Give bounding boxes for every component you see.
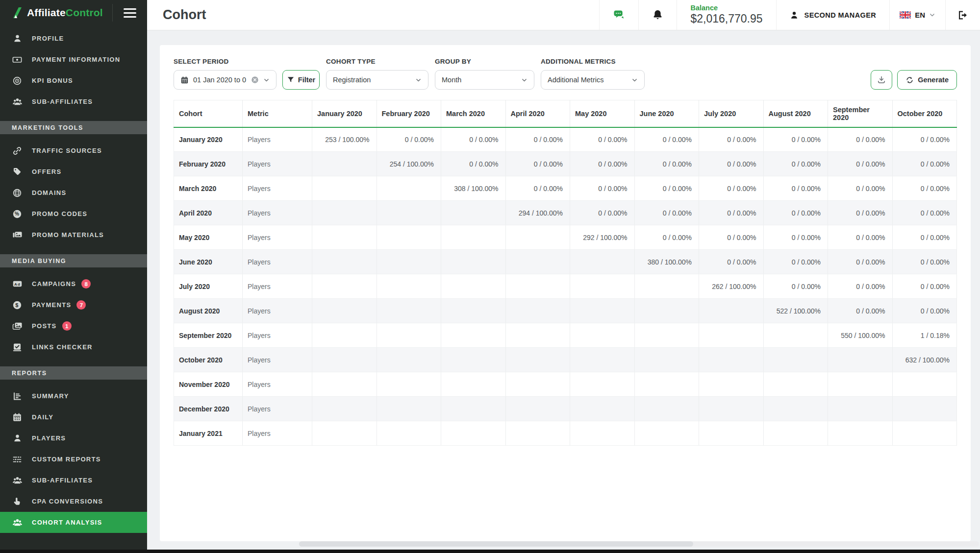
- additional-metrics-select[interactable]: Additional Metrics: [541, 70, 645, 90]
- sidebar-item-kpi-bonus[interactable]: KPI BONUS: [0, 70, 147, 91]
- refresh-icon: [905, 76, 914, 84]
- value-cell: [312, 225, 377, 250]
- sidebar-item-posts[interactable]: POSTS1: [0, 315, 147, 337]
- cohort-type-select[interactable]: Registration: [326, 70, 428, 90]
- value-cell: 0 / 0.00%: [505, 176, 570, 201]
- value-cell: 0 / 0.00%: [828, 127, 893, 152]
- sidebar-item-label: OFFERS: [32, 168, 62, 175]
- date-range-picker[interactable]: 01 Jan 2020 to 0...: [174, 70, 276, 90]
- svg-text:%: %: [15, 211, 20, 216]
- value-cell: [312, 421, 377, 446]
- metric-cell: Players: [243, 225, 312, 250]
- sidebar-item-label: DAILY: [32, 413, 53, 421]
- photos-icon: [12, 321, 23, 331]
- filter-button[interactable]: Filter: [282, 70, 320, 90]
- sidebar-item-label: PROMO MATERIALS: [32, 231, 104, 239]
- sidebar-item-label: DOMAINS: [32, 189, 67, 196]
- value-cell: [570, 250, 635, 274]
- value-cell: [441, 225, 506, 250]
- sidebar-item-payment-information[interactable]: PAYMENT INFORMATION: [0, 49, 147, 70]
- sidebar-item-domains[interactable]: DOMAINS: [0, 182, 147, 203]
- user-icon: [790, 11, 799, 20]
- value-cell: 0 / 0.00%: [570, 176, 635, 201]
- sidebar-item-summary[interactable]: SUMMARY: [0, 385, 147, 407]
- sidebar-item-profile[interactable]: PROFILE: [0, 28, 147, 49]
- group-by-group: GROUP BY Month: [435, 58, 534, 90]
- generate-button[interactable]: Generate: [897, 70, 957, 90]
- table-row-october-2020: October 2020Players632 / 100.00%: [174, 348, 957, 372]
- sidebar-item-sub-affiliates[interactable]: SUB-AFFILIATES: [0, 91, 147, 112]
- metric-cell: Players: [243, 299, 312, 323]
- chevron-down-icon: [521, 77, 528, 83]
- value-cell: [828, 397, 893, 421]
- value-cell: 254 / 100.00%: [377, 152, 441, 176]
- sidebar-item-offers[interactable]: OFFERS: [0, 161, 147, 182]
- value-cell: [377, 421, 441, 446]
- group-by-label: GROUP BY: [435, 58, 534, 65]
- user-menu[interactable]: SECOND MANAGER: [776, 0, 890, 30]
- notifications-button[interactable]: [638, 0, 677, 30]
- sidebar-item-promo-materials[interactable]: PROMO MATERIALS: [0, 224, 147, 245]
- value-cell: 0 / 0.00%: [828, 225, 893, 250]
- value-cell: [441, 348, 506, 372]
- sidebar-item-payments[interactable]: $PAYMENTS7: [0, 294, 147, 315]
- group-by-select[interactable]: Month: [435, 70, 534, 90]
- sidebar-item-label: LINKS CHECKER: [32, 343, 93, 351]
- sidebar-item-promo-codes[interactable]: %PROMO CODES: [0, 203, 147, 224]
- table-row-april-2020: April 2020Players294 / 100.00%0 / 0.00%0…: [174, 201, 957, 225]
- value-cell: [312, 250, 377, 274]
- chevron-down-icon: [415, 77, 422, 83]
- value-cell: 550 / 100.00%: [828, 323, 893, 348]
- sliders-icon: [12, 455, 23, 464]
- cohort-cell: June 2020: [174, 250, 243, 274]
- sidebar-item-campaigns[interactable]: AdCAMPAIGNS8: [0, 273, 147, 294]
- value-cell: 0 / 0.00%: [892, 201, 957, 225]
- scrollbar-thumb[interactable]: [299, 541, 693, 547]
- value-cell: [377, 372, 441, 397]
- sidebar-item-links-checker[interactable]: LINKS CHECKER: [0, 337, 147, 358]
- value-cell: [505, 274, 570, 299]
- additional-metrics-group: ADDITIONAL METRICS Additional Metrics: [541, 58, 645, 90]
- download-button[interactable]: [871, 70, 892, 90]
- sidebar-item-cpa-conversions[interactable]: CPA CONVERSIONS: [0, 491, 147, 512]
- sidebar-item-cohort-analysis[interactable]: COHORT ANALYSIS: [0, 512, 147, 533]
- logout-button[interactable]: [945, 0, 980, 30]
- sidebar-section-marketing-tools: MARKETING TOOLS: [0, 121, 147, 134]
- value-cell: [441, 421, 506, 446]
- sidebar-item-daily[interactable]: DAILY: [0, 407, 147, 428]
- value-cell: 0 / 0.00%: [892, 176, 957, 201]
- sidebar-item-custom-reports[interactable]: CUSTOM REPORTS: [0, 449, 147, 470]
- language-selector[interactable]: EN: [889, 0, 945, 30]
- value-cell: [505, 397, 570, 421]
- sidebar-section-reports: REPORTS: [0, 366, 147, 380]
- column-header-cohort: Cohort: [174, 100, 243, 127]
- value-cell: [377, 274, 441, 299]
- value-cell: 632 / 100.00%: [892, 348, 957, 372]
- value-cell: [892, 397, 957, 421]
- value-cell: [312, 323, 377, 348]
- value-cell: [570, 421, 635, 446]
- value-cell: [441, 397, 506, 421]
- value-cell: [377, 250, 441, 274]
- svg-text:Ad: Ad: [14, 282, 20, 287]
- chat-button[interactable]: [599, 0, 638, 30]
- badge-count: 7: [76, 300, 86, 310]
- table-row-january-2021: January 2021Players: [174, 421, 957, 446]
- brand-logo[interactable]: AffiliateControl: [12, 7, 112, 19]
- sidebar-toggle-button[interactable]: [113, 8, 147, 18]
- horizontal-scrollbar[interactable]: [299, 541, 979, 547]
- sidebar-item-traffic-sources[interactable]: TRAFFIC SOURCES: [0, 140, 147, 161]
- value-cell: [763, 397, 828, 421]
- value-cell: 0 / 0.00%: [570, 152, 635, 176]
- value-cell: [505, 348, 570, 372]
- cohort-cell: August 2020: [174, 299, 243, 323]
- sidebar-item-sub-affiliates[interactable]: SUB-AFFILIATES: [0, 470, 147, 491]
- value-cell: 0 / 0.00%: [570, 201, 635, 225]
- user-icon: [12, 433, 23, 443]
- clear-date-icon[interactable]: [251, 76, 259, 84]
- value-cell: 522 / 100.00%: [763, 299, 828, 323]
- value-cell: [505, 225, 570, 250]
- sidebar-item-players[interactable]: PLAYERS: [0, 428, 147, 449]
- value-cell: [892, 421, 957, 446]
- value-cell: 0 / 0.00%: [763, 225, 828, 250]
